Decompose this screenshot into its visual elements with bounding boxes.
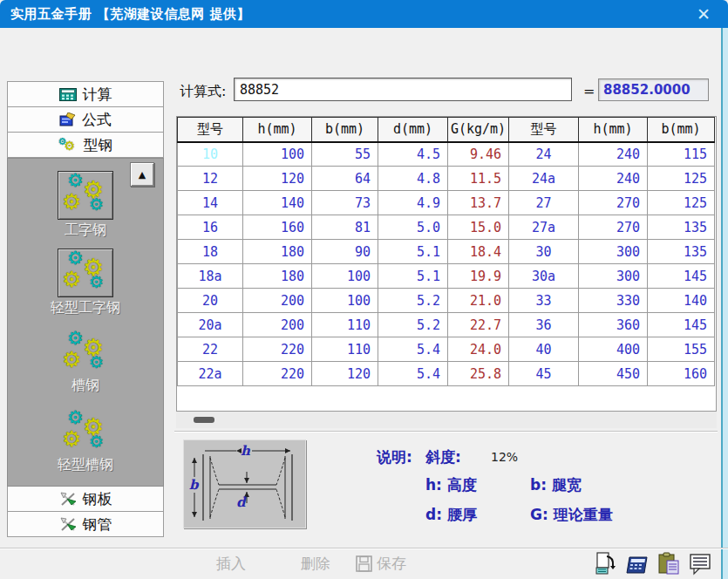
calculator-icon[interactable] xyxy=(626,552,650,576)
table-cell[interactable]: 10 xyxy=(178,142,243,167)
close-icon[interactable]: ✕ xyxy=(690,0,718,28)
sidebar-item-steel-pipe[interactable]: 钢管 xyxy=(7,511,164,537)
table-cell[interactable]: 33 xyxy=(509,289,579,313)
table-cell[interactable]: 200 xyxy=(243,289,312,313)
tool-item-channel-steel[interactable]: ⚙ ⚙ ⚙ ⚙ 槽钢 xyxy=(62,331,109,395)
table-cell[interactable]: 5.2 xyxy=(378,313,448,337)
table-cell[interactable]: 16 xyxy=(178,215,243,240)
insert-button[interactable]: 插入 xyxy=(216,554,246,574)
table-cell[interactable]: 21.0 xyxy=(448,289,509,313)
table-cell[interactable]: 14 xyxy=(178,191,243,215)
scrollbar-thumb[interactable] xyxy=(194,417,214,423)
table-cell[interactable]: 30a xyxy=(509,264,579,289)
column-header[interactable]: 型号 xyxy=(509,118,579,142)
table-cell[interactable]: 24 xyxy=(509,142,579,167)
sidebar-item-calculate[interactable]: 计算 xyxy=(7,81,164,107)
table-cell[interactable]: 120 xyxy=(312,362,378,386)
tool-item-light-i-beam[interactable]: ⚙ ⚙ ⚙ ⚙ 轻型工字钢 xyxy=(51,249,120,317)
table-cell[interactable]: 125 xyxy=(648,191,715,215)
column-header[interactable]: b(mm) xyxy=(312,118,378,142)
sidebar-item-steel-plate[interactable]: 钢板 xyxy=(7,486,164,512)
table-cell[interactable]: 140 xyxy=(648,289,715,313)
table-cell[interactable]: 220 xyxy=(243,337,312,362)
table-cell[interactable]: 18 xyxy=(178,240,243,264)
table-cell[interactable]: 100 xyxy=(243,142,312,167)
column-header[interactable]: G(kg/m) xyxy=(448,118,509,142)
column-header[interactable]: h(mm) xyxy=(579,118,648,142)
table-cell[interactable]: 73 xyxy=(312,191,378,215)
paste-icon[interactable] xyxy=(657,552,681,576)
comment-icon[interactable] xyxy=(689,552,712,576)
table-cell[interactable]: 125 xyxy=(648,167,715,191)
table-cell[interactable]: 22.7 xyxy=(448,313,509,337)
table-cell[interactable]: 81 xyxy=(312,215,378,240)
table-cell[interactable]: 160 xyxy=(243,215,312,240)
table-cell[interactable]: 100 xyxy=(312,289,378,313)
table-cell[interactable]: 20 xyxy=(178,289,243,313)
table-cell[interactable]: 12 xyxy=(178,167,243,191)
table-cell[interactable]: 240 xyxy=(579,167,648,191)
delete-button[interactable]: 删除 xyxy=(301,554,330,574)
table-cell[interactable]: 240 xyxy=(579,142,648,167)
table-cell[interactable]: 5.4 xyxy=(378,337,448,362)
column-header[interactable]: b(mm) xyxy=(648,118,715,142)
table-cell[interactable]: 120 xyxy=(243,167,312,191)
table-cell[interactable]: 270 xyxy=(579,215,648,240)
table-cell[interactable]: 36 xyxy=(509,313,579,337)
table-cell[interactable]: 155 xyxy=(648,337,715,362)
table-cell[interactable]: 300 xyxy=(579,264,648,289)
table-cell[interactable]: 30 xyxy=(509,240,579,264)
table-cell[interactable]: 5.1 xyxy=(378,240,448,264)
table-cell[interactable]: 330 xyxy=(579,289,648,313)
table-cell[interactable]: 400 xyxy=(579,337,648,362)
table-cell[interactable]: 64 xyxy=(312,167,378,191)
table-cell[interactable]: 360 xyxy=(579,313,648,337)
table-cell[interactable]: 5.1 xyxy=(378,264,448,289)
table-cell[interactable]: 200 xyxy=(243,313,312,337)
table-cell[interactable]: 24a xyxy=(509,167,579,191)
table-cell[interactable]: 4.5 xyxy=(378,142,448,167)
tool-item-i-beam[interactable]: ⚙ ⚙ ⚙ ⚙ 工字钢 xyxy=(58,171,113,240)
table-cell[interactable]: 20a xyxy=(178,313,243,337)
table-cell[interactable]: 100 xyxy=(312,264,378,289)
table-cell[interactable]: 110 xyxy=(312,313,378,337)
sidebar-item-section-steel[interactable]: ⚙ ⚙ 型钢 xyxy=(7,132,164,158)
table-cell[interactable]: 55 xyxy=(312,142,378,167)
table-cell[interactable]: 135 xyxy=(648,215,715,240)
table-cell[interactable]: 5.2 xyxy=(378,289,448,313)
table-cell[interactable]: 5.0 xyxy=(378,215,448,240)
table-cell[interactable]: 90 xyxy=(312,240,378,264)
table-cell[interactable]: 145 xyxy=(648,264,715,289)
save-button[interactable]: 保存 xyxy=(356,554,406,574)
table-cell[interactable]: 160 xyxy=(648,362,715,386)
table-cell[interactable]: 270 xyxy=(579,191,648,215)
table-cell[interactable]: 25.8 xyxy=(448,362,509,386)
table-cell[interactable]: 27 xyxy=(509,191,579,215)
table-cell[interactable]: 18a xyxy=(178,264,243,289)
table-cell[interactable]: 22 xyxy=(178,337,243,362)
table-cell[interactable]: 115 xyxy=(648,142,715,167)
table-cell[interactable]: 110 xyxy=(312,337,378,362)
table-cell[interactable]: 300 xyxy=(579,240,648,264)
table-cell[interactable]: 18.4 xyxy=(448,240,509,264)
table-cell[interactable]: 5.4 xyxy=(378,362,448,386)
table-cell[interactable]: 19.9 xyxy=(448,264,509,289)
table-cell[interactable]: 13.7 xyxy=(448,191,509,215)
table-cell[interactable]: 180 xyxy=(243,264,312,289)
table-cell[interactable]: 40 xyxy=(509,337,579,362)
table-cell[interactable]: 220 xyxy=(243,362,312,386)
table-cell[interactable]: 27a xyxy=(509,215,579,240)
table-cell[interactable]: 4.9 xyxy=(378,191,448,215)
table-cell[interactable]: 45 xyxy=(509,362,579,386)
horizontal-scrollbar[interactable] xyxy=(176,412,717,428)
column-header[interactable]: h(mm) xyxy=(243,118,312,142)
table-cell[interactable]: 11.5 xyxy=(448,167,509,191)
table-cell[interactable]: 24.0 xyxy=(448,337,509,362)
table-cell[interactable]: 22a xyxy=(178,362,243,386)
copy-icon[interactable] xyxy=(595,552,618,576)
column-header[interactable]: d(mm) xyxy=(378,118,448,142)
table-cell[interactable]: 135 xyxy=(648,240,715,264)
table-cell[interactable]: 450 xyxy=(579,362,648,386)
table-cell[interactable]: 15.0 xyxy=(448,215,509,240)
tool-item-light-channel-steel[interactable]: ⚙ ⚙ ⚙ ⚙ 轻型槽钢 xyxy=(58,411,113,474)
